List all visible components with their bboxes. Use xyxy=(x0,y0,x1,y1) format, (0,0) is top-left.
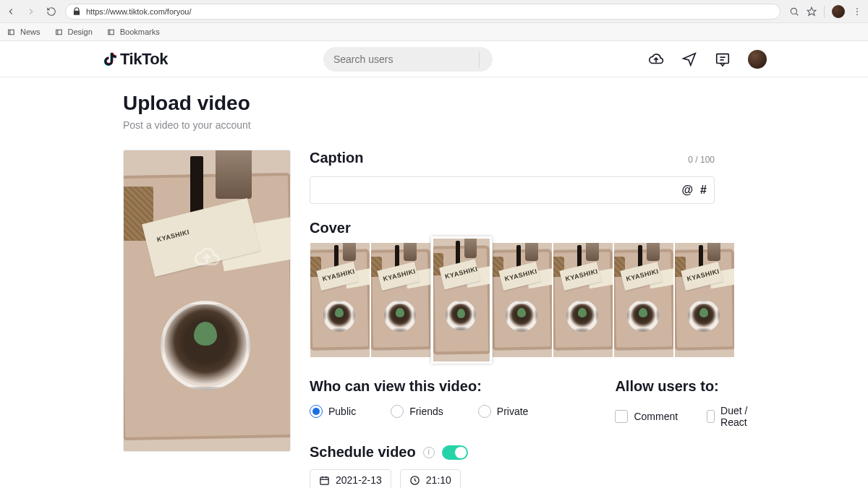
tiktok-note-icon xyxy=(101,51,117,68)
cover-label: Cover xyxy=(310,220,715,236)
info-icon[interactable]: i xyxy=(423,447,435,458)
cover-frame[interactable]: KYASHIKI xyxy=(553,242,613,358)
browser-toolbar: https://www.tiktok.com/foryou/ xyxy=(0,0,868,23)
calendar-icon xyxy=(319,475,330,486)
lock-icon xyxy=(72,7,82,17)
cover-frame[interactable]: KYASHIKI xyxy=(613,242,674,358)
forward-icon[interactable] xyxy=(26,7,36,17)
bookmarks-bar: News Design Bookmarks xyxy=(0,23,868,41)
radio-icon xyxy=(310,405,323,418)
visibility-label: Who can view this video: xyxy=(310,378,528,395)
visibility-option-public[interactable]: Public xyxy=(310,405,356,418)
video-preview[interactable]: KYASHIKI xyxy=(123,150,291,452)
svg-point-5 xyxy=(856,14,858,15)
upload-overlay-icon xyxy=(190,244,224,274)
radio-icon xyxy=(478,405,491,418)
visibility-option-friends[interactable]: Friends xyxy=(391,405,443,418)
svg-line-1 xyxy=(796,13,798,15)
clock-icon xyxy=(409,475,420,486)
svg-rect-9 xyxy=(717,53,729,63)
back-icon[interactable] xyxy=(6,7,16,17)
bookmark-bookmarks[interactable]: Bookmarks xyxy=(107,27,160,37)
svg-rect-13 xyxy=(320,477,328,484)
cover-frame[interactable]: KYASHIKI xyxy=(431,236,492,364)
mention-icon[interactable]: @ xyxy=(681,184,693,197)
site-header: TikTok xyxy=(0,41,868,77)
reload-icon[interactable] xyxy=(46,7,56,17)
hashtag-icon[interactable]: # xyxy=(700,184,707,197)
zoom-icon[interactable] xyxy=(789,7,799,17)
page-subtitle: Post a video to your account xyxy=(123,119,767,131)
allow-label: Allow users to: xyxy=(615,378,752,395)
cover-frame[interactable]: KYASHIKI xyxy=(370,242,431,358)
allow-option-comment[interactable]: Comment xyxy=(615,405,678,428)
cover-frame[interactable]: KYASHIKI xyxy=(492,242,553,358)
upload-icon[interactable] xyxy=(648,51,664,67)
svg-point-3 xyxy=(856,7,858,9)
profile-avatar-browser[interactable] xyxy=(832,5,845,18)
url-text: https://www.tiktok.com/foryou/ xyxy=(86,7,192,16)
search-input[interactable] xyxy=(333,53,475,65)
schedule-date-chip[interactable]: 2021-2-13 xyxy=(310,469,391,488)
star-icon[interactable] xyxy=(807,7,817,17)
radio-icon xyxy=(391,405,404,418)
caption-input-wrap: @ # xyxy=(310,176,715,204)
address-bar[interactable]: https://www.tiktok.com/foryou/ xyxy=(65,4,780,20)
cover-frame[interactable]: KYASHIKI xyxy=(674,242,735,358)
checkbox-icon xyxy=(615,410,628,423)
send-icon[interactable] xyxy=(681,51,697,67)
allow-option-duet-react[interactable]: Duet / React xyxy=(707,405,752,428)
cover-filmstrip[interactable]: KYASHIKIKYASHIKIKYASHIKIKYASHIKIKYASHIKI… xyxy=(310,242,715,358)
caption-counter: 0 / 100 xyxy=(688,155,715,165)
svg-point-0 xyxy=(791,8,796,14)
schedule-toggle[interactable] xyxy=(442,445,468,460)
svg-point-4 xyxy=(856,11,858,12)
caption-label: Caption xyxy=(310,150,363,166)
schedule-label: Schedule video xyxy=(310,444,416,461)
kebab-icon[interactable] xyxy=(852,7,862,17)
bookmark-news[interactable]: News xyxy=(7,27,41,37)
brand-text: TikTok xyxy=(120,50,168,69)
inbox-icon[interactable] xyxy=(715,51,731,67)
page-title: Upload video xyxy=(123,92,767,115)
profile-avatar[interactable] xyxy=(748,50,767,69)
search-box[interactable] xyxy=(323,47,493,72)
schedule-time-chip[interactable]: 21:10 xyxy=(400,469,461,488)
bookmark-design[interactable]: Design xyxy=(55,27,93,37)
tiktok-logo[interactable]: TikTok xyxy=(101,50,168,69)
svg-marker-2 xyxy=(807,7,816,15)
cover-frame[interactable]: KYASHIKI xyxy=(310,242,370,358)
caption-input[interactable] xyxy=(318,184,674,196)
visibility-option-private[interactable]: Private xyxy=(478,405,529,418)
checkbox-icon xyxy=(707,410,715,423)
